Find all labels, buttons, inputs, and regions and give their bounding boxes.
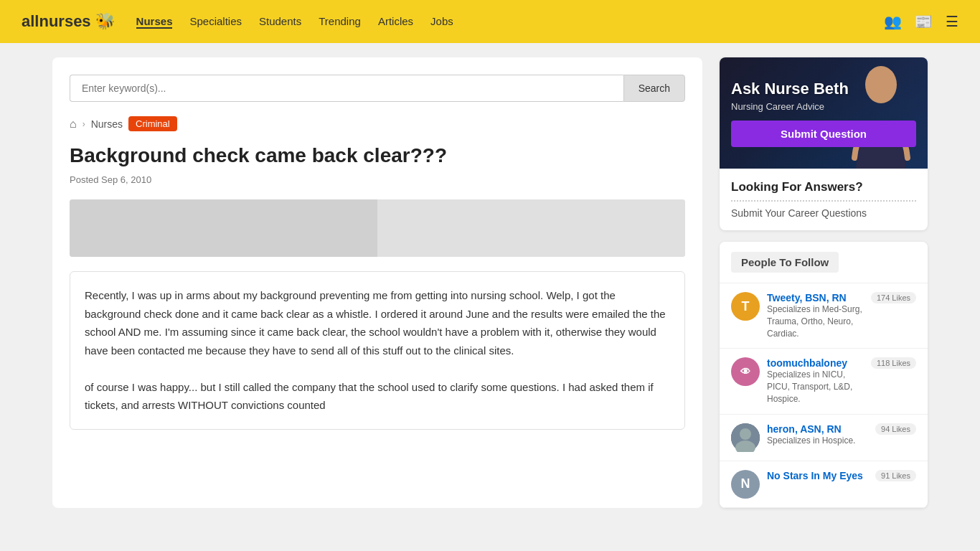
submit-question-button[interactable]: Submit Question xyxy=(731,121,916,147)
person-likes-tweety: 174 Likes xyxy=(871,292,916,303)
community-icon[interactable]: 👥 xyxy=(884,13,902,30)
person-name-nostars[interactable]: No Stars In My Eyes xyxy=(767,470,868,481)
breadcrumb-nurses[interactable]: Nurses xyxy=(91,118,123,130)
person-name-tweety[interactable]: Tweety, BSN, RN xyxy=(767,292,864,303)
post-date: Posted Sep 6, 2010 xyxy=(70,174,685,185)
header-right: 👥 📰 ☰ xyxy=(884,13,958,30)
post-body: Recently, I was up in arms about my back… xyxy=(70,271,685,430)
people-to-follow-widget: People To Follow T Tweety, BSN, RN Speci… xyxy=(720,242,928,508)
ask-nurse-beth-widget: Ask Nurse Beth Nursing Career Advice Sub… xyxy=(720,57,928,230)
nav-articles[interactable]: Articles xyxy=(378,15,413,29)
avatar-toomuch: 👁 xyxy=(731,357,760,386)
sidebar: Ask Nurse Beth Nursing Career Advice Sub… xyxy=(720,57,928,508)
nav-trending[interactable]: Trending xyxy=(319,15,361,29)
ad-left xyxy=(70,199,377,257)
avatar-heron xyxy=(731,423,760,452)
post-body-paragraph-1: Recently, I was up in arms about my back… xyxy=(85,286,670,359)
nav-nurses[interactable]: Nurses xyxy=(136,15,173,29)
people-follow-title: People To Follow xyxy=(731,252,839,273)
person-info-tweety: Tweety, BSN, RN Specializes in Med-Surg,… xyxy=(767,292,864,339)
people-follow-header: People To Follow xyxy=(720,242,928,283)
person-spec-tweety: Specializes in Med-Surg, Trauma, Ortho, … xyxy=(767,303,864,339)
nav-students[interactable]: Students xyxy=(259,15,301,29)
nurse-beth-image: Ask Nurse Beth Nursing Career Advice Sub… xyxy=(720,57,928,169)
looking-for-answers-text: Submit Your Career Questions xyxy=(731,207,916,219)
post-body-paragraph-2: of course I was happy... but I still cal… xyxy=(85,378,670,415)
person-info-heron: heron, ASN, RN Specializes in Hospice. xyxy=(767,423,868,447)
nav-specialties[interactable]: Specialties xyxy=(189,15,242,29)
nurse-beth-lower: Looking For Answers? Submit Your Career … xyxy=(720,169,928,230)
menu-icon[interactable]: ☰ xyxy=(946,13,958,30)
ad-block xyxy=(70,199,685,257)
nav-jobs[interactable]: Jobs xyxy=(430,15,453,29)
person-item: heron, ASN, RN Specializes in Hospice. 9… xyxy=(720,415,928,461)
avatar-nostars: N xyxy=(731,470,760,499)
breadcrumb: ⌂ › Nurses Criminal xyxy=(70,116,685,131)
person-item: T Tweety, BSN, RN Specializes in Med-Sur… xyxy=(720,283,928,349)
avatar-heron-img xyxy=(731,423,760,452)
person-item: N No Stars In My Eyes 91 Likes xyxy=(720,461,928,508)
search-bar: Search xyxy=(70,75,685,102)
breadcrumb-criminal-tag[interactable]: Criminal xyxy=(128,116,177,131)
nurse-beth-subtitle: Nursing Career Advice xyxy=(731,101,916,112)
person-spec-toomuch: Specializes in NICU, PICU, Transport, L&… xyxy=(767,369,864,405)
nurse-beth-text-block: Ask Nurse Beth Nursing Career Advice Sub… xyxy=(720,68,928,159)
person-name-toomuch[interactable]: toomuchbaloney xyxy=(767,357,864,369)
post-title: Background check came back clear??? xyxy=(70,143,685,169)
person-name-heron[interactable]: heron, ASN, RN xyxy=(767,423,868,435)
person-info-toomuch: toomuchbaloney Specializes in NICU, PICU… xyxy=(767,357,864,405)
main-nav: Nurses Specialties Students Trending Art… xyxy=(136,15,453,29)
main-container: Search ⌂ › Nurses Criminal Background ch… xyxy=(31,43,949,522)
person-item: 👁 toomuchbaloney Specializes in NICU, PI… xyxy=(720,349,928,414)
search-input[interactable] xyxy=(70,75,623,102)
svg-point-2 xyxy=(740,428,751,440)
header-left: allnurses 🐝 Nurses Specialties Students … xyxy=(22,12,453,31)
person-likes-heron: 94 Likes xyxy=(875,423,916,435)
nurse-beth-title: Ask Nurse Beth xyxy=(731,80,916,98)
logo-icon: 🐝 xyxy=(95,12,115,31)
ad-right xyxy=(377,199,685,257)
content-area: Search ⌂ › Nurses Criminal Background ch… xyxy=(52,57,702,508)
person-spec-heron: Specializes in Hospice. xyxy=(767,435,868,447)
news-icon[interactable]: 📰 xyxy=(915,13,933,30)
logo[interactable]: allnurses 🐝 xyxy=(22,12,115,31)
person-info-nostars: No Stars In My Eyes xyxy=(767,470,868,481)
header: allnurses 🐝 Nurses Specialties Students … xyxy=(0,0,980,43)
search-button[interactable]: Search xyxy=(623,75,685,102)
logo-text: allnurses xyxy=(22,12,91,31)
person-likes-nostars: 91 Likes xyxy=(875,470,916,481)
breadcrumb-home-icon[interactable]: ⌂ xyxy=(70,118,77,131)
breadcrumb-sep-1: › xyxy=(83,119,85,129)
avatar-tweety: T xyxy=(731,292,760,321)
person-likes-toomuch: 118 Likes xyxy=(871,357,916,369)
looking-for-answers-title: Looking For Answers? xyxy=(731,180,916,202)
